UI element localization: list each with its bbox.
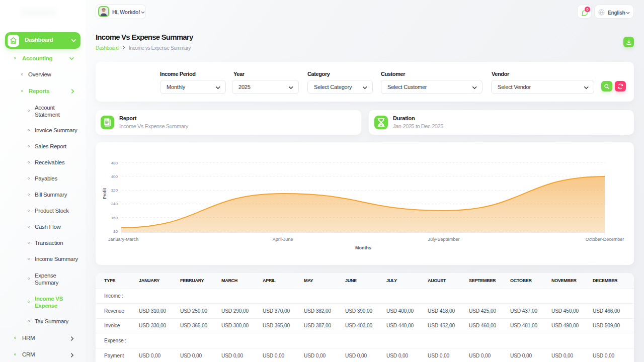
svg-text:Months: Months	[355, 245, 371, 250]
svg-text:400: 400	[111, 174, 118, 179]
svg-text:October-December: October-December	[586, 237, 624, 242]
svg-text:240: 240	[111, 202, 118, 206]
svg-text:Profit: Profit	[102, 188, 107, 199]
svg-text:320: 320	[111, 188, 118, 193]
svg-text:January-March: January-March	[108, 237, 138, 242]
svg-text:480: 480	[111, 161, 118, 165]
svg-text:July-September: July-September	[428, 237, 459, 242]
svg-text:80: 80	[113, 229, 118, 234]
svg-text:160: 160	[111, 216, 118, 220]
svg-text:April-June: April-June	[273, 237, 293, 242]
